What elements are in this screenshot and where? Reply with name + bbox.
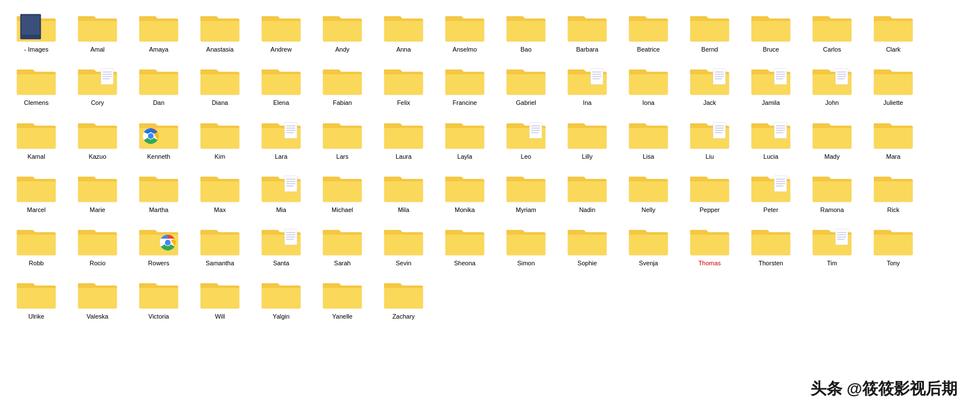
folder-item[interactable]: Mila <box>373 166 434 217</box>
folder-icon <box>567 9 608 43</box>
folder-icon <box>383 170 424 204</box>
folder-item[interactable]: Marie <box>67 166 128 217</box>
folder-item[interactable]: Sophie <box>557 219 618 270</box>
folder-icon <box>77 276 118 310</box>
folder-icon <box>689 9 730 43</box>
folder-item[interactable]: Andrew <box>251 6 312 57</box>
folder-item[interactable]: Mady <box>801 113 863 164</box>
folder-item[interactable]: Will <box>189 273 251 324</box>
folder-label: Rowers <box>148 259 169 267</box>
folder-item[interactable]: Samantha <box>189 219 251 270</box>
folder-icon <box>812 9 852 43</box>
folder-item[interactable]: Francine <box>434 59 495 110</box>
folder-item[interactable]: Andy <box>312 6 373 57</box>
folder-item[interactable]: Simon <box>495 219 557 270</box>
folder-item[interactable]: Ulrike <box>6 273 67 324</box>
folder-item[interactable]: Lucia <box>740 113 801 164</box>
folder-item[interactable]: John <box>801 59 863 110</box>
folder-item[interactable]: Kazuo <box>67 113 128 164</box>
folder-item[interactable]: Tim <box>801 219 863 270</box>
folder-item[interactable]: Thorsten <box>740 219 801 270</box>
folder-item[interactable]: Juliette <box>863 59 924 110</box>
folder-item[interactable]: Sheona <box>434 219 495 270</box>
folder-item[interactable]: Diana <box>189 59 251 110</box>
folder-item[interactable]: Santa <box>251 219 312 270</box>
folder-label: Ina <box>583 99 591 107</box>
folder-item[interactable]: Mia <box>251 166 312 217</box>
folder-item[interactable]: Lara <box>251 113 312 164</box>
folder-item[interactable]: Michael <box>312 166 373 217</box>
folder-item[interactable]: Yalgin <box>251 273 312 324</box>
folder-item[interactable]: Zachary <box>373 273 434 324</box>
folder-item[interactable]: Lisa <box>618 113 679 164</box>
folder-item[interactable]: Amaya <box>128 6 189 57</box>
folder-icon <box>200 170 240 204</box>
folder-item[interactable]: Rick <box>863 166 924 217</box>
folder-label: Leo <box>521 152 531 160</box>
folder-item[interactable]: Iona <box>618 59 679 110</box>
folder-item[interactable]: Ramona <box>801 166 863 217</box>
folder-item[interactable]: Jack <box>679 59 740 110</box>
folder-item[interactable]: Monika <box>434 166 495 217</box>
folder-item[interactable]: Clemens <box>6 59 67 110</box>
folder-label: Thorsten <box>758 259 783 267</box>
folder-item[interactable]: Svenja <box>618 219 679 270</box>
folder-item[interactable]: Dan <box>128 59 189 110</box>
folder-label: Robb <box>29 259 44 267</box>
folder-item[interactable]: Anna <box>373 6 434 57</box>
folder-item[interactable]: Kamal <box>6 113 67 164</box>
folder-item[interactable]: Peter <box>740 166 801 217</box>
folder-item[interactable]: Liu <box>679 113 740 164</box>
folder-icon <box>506 116 546 150</box>
folder-item[interactable]: Kim <box>189 113 251 164</box>
folder-item[interactable]: Rowers <box>128 219 189 270</box>
folder-item[interactable]: Anastasia <box>189 6 251 57</box>
folder-item[interactable]: Nelly <box>618 166 679 217</box>
folder-item[interactable]: Mara <box>863 113 924 164</box>
folder-item[interactable]: Gabriel <box>495 59 557 110</box>
folder-item[interactable]: Sarah <box>312 219 373 270</box>
folder-item[interactable]: Barbara <box>557 6 618 57</box>
folder-icon <box>444 170 485 204</box>
folder-item[interactable]: Max <box>189 166 251 217</box>
folder-item[interactable]: Layla <box>434 113 495 164</box>
folder-item[interactable]: Fabian <box>312 59 373 110</box>
folder-item[interactable]: Pepper <box>679 166 740 217</box>
folder-item[interactable]: Marcel <box>6 166 67 217</box>
folder-item[interactable]: Victoria <box>128 273 189 324</box>
folder-item[interactable]: Nadin <box>557 166 618 217</box>
folder-item[interactable]: Kenneth <box>128 113 189 164</box>
folder-item[interactable]: Ina <box>557 59 618 110</box>
folder-item[interactable]: Laura <box>373 113 434 164</box>
folder-item[interactable]: Clark <box>863 6 924 57</box>
folder-item[interactable]: Valeska <box>67 273 128 324</box>
folder-item[interactable]: Felix <box>373 59 434 110</box>
folder-icon <box>383 223 424 257</box>
folder-item[interactable]: Rocio <box>67 219 128 270</box>
folder-item[interactable]: - Images <box>6 6 67 57</box>
folder-item[interactable]: Yanelle <box>312 273 373 324</box>
folder-item[interactable]: Lilly <box>557 113 618 164</box>
folder-item[interactable]: Robb <box>6 219 67 270</box>
folder-item[interactable]: Elena <box>251 59 312 110</box>
folder-item[interactable]: Martha <box>128 166 189 217</box>
folder-item[interactable]: Bruce <box>740 6 801 57</box>
folder-item[interactable]: Thomas <box>679 219 740 270</box>
folder-item[interactable]: Leo <box>495 113 557 164</box>
folder-item[interactable]: Carlos <box>801 6 863 57</box>
folder-label: Ramona <box>820 206 844 214</box>
folder-item[interactable]: Amal <box>67 6 128 57</box>
folder-item[interactable]: Myriam <box>495 166 557 217</box>
folder-item[interactable]: Bao <box>495 6 557 57</box>
folder-item[interactable]: Lars <box>312 113 373 164</box>
folder-item[interactable]: Anselmo <box>434 6 495 57</box>
folder-item[interactable]: Sevin <box>373 219 434 270</box>
folder-label: Myriam <box>516 206 536 214</box>
folder-item[interactable]: Bernd <box>679 6 740 57</box>
folder-label: Monika <box>455 206 474 214</box>
svg-rect-1 <box>22 15 40 37</box>
folder-item[interactable]: Beatrice <box>618 6 679 57</box>
folder-item[interactable]: Cory <box>67 59 128 110</box>
folder-item[interactable]: Tony <box>863 219 924 270</box>
folder-item[interactable]: Jamila <box>740 59 801 110</box>
